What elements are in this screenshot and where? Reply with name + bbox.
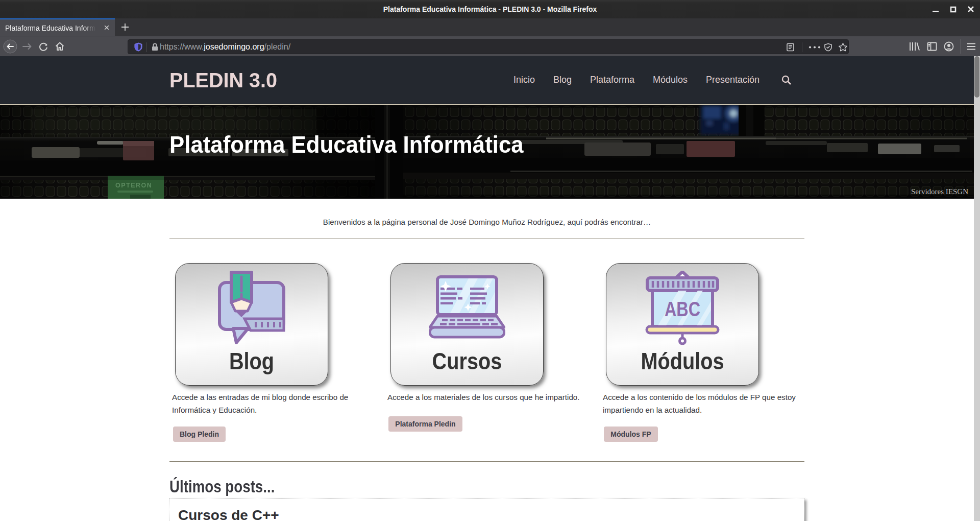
svg-text:ABC: ABC <box>665 297 700 321</box>
